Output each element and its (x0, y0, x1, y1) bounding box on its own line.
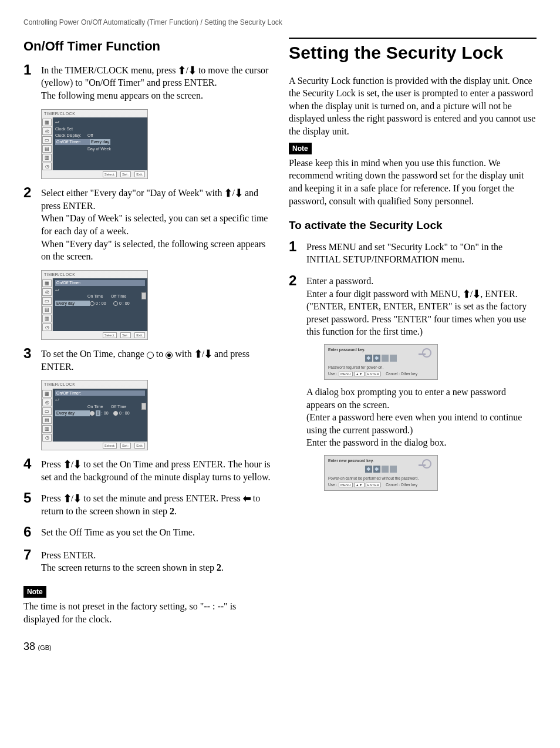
menu-tab-icon: ▦ (42, 119, 52, 126)
menu-tab-icon: ◎ (42, 399, 52, 406)
key-icon (417, 348, 431, 360)
col-header: Off Time (111, 404, 134, 409)
step-5: 5 Press ⬆/⬇ to set the minute and press … (23, 490, 271, 517)
menu-tab-icon: ▭ (42, 136, 52, 144)
password-cell (382, 466, 389, 473)
menu-tab-icon: ◎ (42, 127, 52, 135)
menu-tab-icon: ▤ (42, 145, 52, 153)
down-arrow-icon: ⬇ (73, 457, 81, 471)
menu-tab-icon: ▭ (42, 407, 52, 415)
menu-tab-icon: ▤ (42, 306, 52, 314)
right-column: Setting the Security Lock A Security Loc… (289, 38, 537, 653)
step-number: 1 (289, 239, 306, 254)
down-arrow-icon: ⬇ (188, 63, 196, 78)
text: Press ENTER. (41, 550, 96, 560)
text: (Enter a password here even when you int… (306, 412, 522, 435)
page-region: (GB) (38, 644, 51, 651)
text: Set the Off Time as you set the On Time. (41, 527, 195, 537)
text: In the TIMER/CLOCK menu, press (41, 65, 178, 75)
radio-filled-icon (90, 411, 95, 416)
note-label: Note (289, 143, 312, 154)
clock-icon: ◷ (42, 324, 52, 331)
text: Select either "Every day"or "Day of Week… (41, 188, 224, 198)
text: Press (41, 493, 63, 503)
step-number: 2 (289, 273, 306, 288)
step-number: 7 (23, 547, 41, 562)
menu-screenshot-3: TIMER/CLOCK ▦ ◎ ▭ ▤ ▥ ◷ On/Off Timer: ⮐ … (41, 380, 148, 450)
note-label: Note (23, 586, 46, 598)
password-cell (390, 355, 397, 362)
menu-tab-icon: ▦ (42, 390, 52, 397)
row-label: Every day (55, 301, 90, 306)
dialog-usage: Use : MENU▲▼ENTER Cancel : Other key (328, 483, 434, 488)
menu-footer: Select: Set : Exit: (42, 331, 147, 339)
menu-tab-icon: ▭ (42, 297, 52, 305)
step-3: 3 To set the On Time, change to with ⬆/⬇… (23, 346, 271, 373)
note-text: Please keep this in mind when you use th… (289, 157, 537, 207)
password-cell (382, 355, 389, 362)
menu-icon-strip: ▦ ◎ ▭ ▤ ▥ ◷ (42, 278, 53, 331)
spinner-icon (141, 403, 146, 410)
left-arrow-icon: ⬅ (243, 491, 251, 506)
step-ref: 2 (170, 506, 174, 516)
menu-item: Clock Display: (55, 133, 87, 138)
up-arrow-icon: ⬆ (178, 63, 185, 78)
col-header: On Time (87, 294, 111, 299)
down-arrow-icon: ⬇ (235, 186, 242, 200)
menu-title: TIMER/CLOCK (42, 271, 147, 278)
text: Press (41, 459, 63, 469)
password-dialog-1: Enter password key. ✱ ✱ Password require… (324, 344, 438, 380)
password-cell: ✱ (365, 466, 372, 473)
step-number: 5 (23, 490, 41, 506)
menu-value: Off (87, 133, 145, 138)
heading-onoff-timer: On/Off Timer Function (23, 38, 271, 55)
menu-tab-icon: ▥ (42, 154, 52, 161)
menu-item-selected: On/Off Timer: (55, 139, 90, 144)
dialog-usage: Use : MENU▲▼ENTER Cancel : Other key (328, 372, 434, 377)
menu-screenshot-1: TIMER/CLOCK ▦ ◎ ▭ ▤ ▥ ◷ ⮐ Clock Set Cloc… (41, 109, 148, 180)
password-cell: ✱ (365, 355, 372, 362)
step-6: 6 Set the Off Time as you set the On Tim… (23, 524, 271, 540)
menu-header: On/Off Timer: (55, 390, 145, 396)
text: . (174, 506, 177, 516)
col-header: Off Time (111, 294, 134, 299)
menu-footer: Select: Set : Exit: (42, 170, 147, 178)
step-7: 7 Press ENTER. The screen returns to the… (23, 547, 271, 574)
radio-empty-icon (90, 301, 95, 306)
step-number: 6 (23, 524, 41, 540)
page-number: 38 (GB) (23, 639, 271, 653)
up-arrow-icon: ⬆ (194, 347, 202, 361)
step-ref: 2 (217, 562, 221, 572)
menu-header: On/Off Timer: (55, 280, 145, 285)
col-header: On Time (87, 404, 111, 409)
text: The screen returns to the screen shown i… (41, 562, 217, 572)
step-1: 1 Press MENU and set "Security Lock" to … (289, 239, 537, 266)
clock-icon: ◷ (42, 163, 52, 170)
up-arrow-icon: ⬆ (224, 186, 232, 200)
step-2: 2 Select either "Every day"or "Day of We… (23, 185, 271, 263)
text: The following menu appears on the screen… (41, 90, 203, 100)
menu-tab-icon: ▥ (42, 425, 52, 433)
text: . (221, 562, 224, 572)
password-cell: ✱ (373, 355, 380, 362)
heading-security-lock: Setting the Security Lock (289, 41, 537, 65)
up-arrow-icon: ⬆ (63, 457, 71, 471)
clock-icon: ◷ (42, 434, 52, 442)
breadcrumb: Controlling Power On/Off Automatically (… (23, 18, 537, 27)
step-1: 1 In the TIMER/CLOCK menu, press ⬆/⬇ to … (23, 62, 271, 102)
text: To set the On Time, change (41, 349, 147, 359)
radio-empty-icon (147, 352, 154, 359)
menu-value: Every day (90, 139, 110, 144)
step-2: 2 Enter a password. Enter a four digit p… (289, 273, 537, 497)
menu-icon-strip: ▦ ◎ ▭ ▤ ▥ ◷ (42, 117, 53, 170)
step-number: 4 (23, 456, 41, 471)
text: with (173, 349, 194, 359)
text: , ENTER. (480, 289, 518, 299)
step-4: 4 Press ⬆/⬇ to set the On Time and press… (23, 456, 271, 483)
dialog-message: Password required for power-on. (328, 365, 434, 370)
menu-tab-icon: ▦ (42, 279, 52, 287)
menu-title: TIMER/CLOCK (42, 380, 147, 388)
text: Enter a four digit password with MENU, (306, 289, 463, 299)
text: A dialog box prompting you to enter a ne… (306, 387, 506, 410)
down-arrow-icon: ⬇ (204, 347, 212, 361)
